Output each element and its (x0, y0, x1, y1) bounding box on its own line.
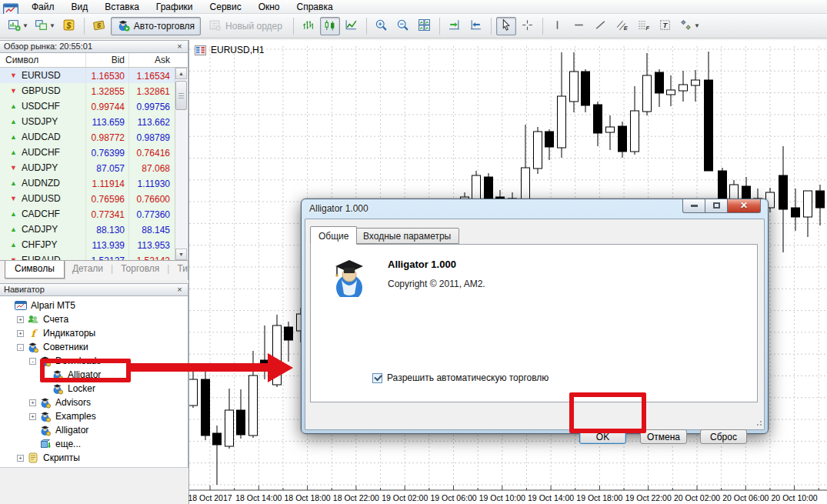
tree-item-Индикаторы[interactable]: +fИндикаторы (0, 326, 188, 340)
tree-item-Alligator[interactable]: Alligator (0, 423, 188, 437)
symbol-name: EURAUD (22, 253, 61, 261)
tree-item-еще...[interactable]: еще... (0, 437, 188, 451)
market-row-AUDCAD[interactable]: ▲AUDCAD0.987720.98789 (0, 129, 175, 145)
reset-button[interactable]: Сброс (700, 429, 747, 444)
expand-icon[interactable]: + (17, 455, 24, 462)
tab-Торговля[interactable]: Торговля (113, 261, 167, 276)
ask-value: 0.76600 (129, 191, 174, 206)
expand-icon[interactable]: + (29, 413, 36, 420)
symbol-name: USDCHF (22, 99, 60, 114)
collapse-icon[interactable]: - (29, 358, 36, 365)
market-row-AUDCHF[interactable]: ▲AUDCHF0.763990.76416 (0, 145, 175, 160)
equidistant-channel-button[interactable]: E (612, 17, 632, 35)
bid-value: 113.659 (86, 114, 129, 129)
menu-bar: ФайлВидВставкаГрафикиСервисОкноСправка (0, 0, 827, 14)
tab-Символы[interactable]: Символы (5, 261, 65, 279)
scroll-down-icon[interactable]: ▼ (175, 249, 187, 260)
tab-common[interactable]: Общие (310, 226, 357, 245)
market-row-CHFJPY[interactable]: ▲CHFJPY113.939113.953 (0, 237, 175, 252)
scroll-thumb[interactable] (175, 81, 187, 110)
expand-icon[interactable]: + (29, 399, 36, 406)
tree-item-label: Alligator (55, 425, 88, 436)
time-axis-label: 19 Oct 02:00 (382, 493, 428, 502)
column-ask[interactable]: Ask (129, 53, 174, 67)
tile-windows-button[interactable] (415, 17, 435, 35)
market-watch-header[interactable]: Обзор рынка: 20:55:01 × (0, 40, 188, 53)
close-icon[interactable]: × (175, 284, 185, 295)
expert-icon (39, 396, 52, 409)
time-axis-label: 20 Oct 10:00 (772, 493, 818, 502)
market-row-GBPUSD[interactable]: ▼GBPUSD1.328551.32861 (0, 83, 175, 98)
ask-value: 113.662 (129, 114, 174, 129)
chart-shift-button[interactable] (466, 17, 486, 35)
shapes-button[interactable]: ▼ (677, 17, 702, 35)
market-row-AUDJPY[interactable]: ▼AUDJPY87.05787.068 (0, 160, 175, 175)
tab-Тики[interactable]: Тики (169, 261, 188, 276)
column-symbol[interactable]: Символ (0, 53, 86, 67)
market-row-AUDUSD[interactable]: ▼AUDUSD0.765960.76600 (0, 191, 175, 206)
tree-item-Скрипты[interactable]: +Скрипты (0, 451, 188, 465)
scrollbar[interactable]: ▲ ▼ (175, 68, 187, 260)
column-bid[interactable]: Bid (86, 53, 129, 67)
menu-Вид[interactable]: Вид (63, 1, 97, 13)
market-row-USDJPY[interactable]: ▲USDJPY113.659113.662 (0, 114, 175, 129)
menu-Сервис[interactable]: Сервис (202, 1, 250, 13)
resize-grip[interactable] (755, 421, 762, 427)
expert-icon (39, 424, 52, 436)
auto-trading-button[interactable]: Авто-торговля (111, 17, 201, 35)
tree-item-Alpari MT5[interactable]: Alpari MT5 (0, 299, 188, 312)
close-icon[interactable]: × (175, 41, 185, 52)
vertical-line-button[interactable] (548, 17, 568, 35)
tree-item-Advisors[interactable]: +Advisors (0, 396, 188, 409)
menu-Справка[interactable]: Справка (288, 1, 342, 13)
tab-inputs[interactable]: Входные параметры (355, 228, 459, 244)
zoom-in-button[interactable] (372, 17, 392, 35)
tab-Детали[interactable]: Детали (65, 261, 111, 276)
market-row-EURAUD[interactable]: ▼EURAUD1.521271.52142 (0, 252, 175, 260)
market-row-USDCHF[interactable]: ▲USDCHF0.997440.99756 (0, 98, 175, 114)
mt5-window: ФайлВидВставкаГрафикиСервисОкноСправка ▼… (0, 0, 827, 504)
tree-item-Locker[interactable]: Locker (0, 382, 188, 396)
crosshair-button[interactable] (518, 17, 538, 35)
chart-profiles-button[interactable]: ▼ (32, 17, 58, 35)
trade-button[interactable]: $ (59, 17, 79, 35)
bid-value: 0.76596 (86, 191, 129, 206)
scroll-up-icon[interactable]: ▲ (175, 68, 187, 79)
zoom-out-button[interactable] (393, 17, 413, 35)
new-chart-button[interactable]: ▼ (5, 17, 31, 35)
menu-Файл[interactable]: Файл (23, 1, 63, 13)
cursor-button[interactable] (496, 17, 516, 35)
menu-Вставка[interactable]: Вставка (96, 1, 148, 13)
tree-item-Советники[interactable]: -Советники (0, 340, 188, 354)
cancel-button[interactable]: Отмена (640, 429, 687, 444)
market-watch-column-header[interactable]: Символ Bid Ask (0, 53, 188, 68)
collapse-icon[interactable]: - (17, 344, 24, 351)
tree-item-Счета[interactable]: +Счета (0, 312, 188, 326)
trendline-button[interactable] (591, 17, 611, 35)
market-row-CADJPY[interactable]: ▲CADJPY88.13088.145 (0, 222, 175, 237)
market-row-CADCHF[interactable]: ▲CADCHF0.773410.77360 (0, 206, 175, 222)
navigator-header[interactable]: Навигатор × (0, 283, 188, 296)
line-chart-button[interactable] (342, 17, 362, 35)
text-tool-button[interactable]: T (655, 17, 675, 35)
tree-item-Examples[interactable]: +Examples (0, 409, 188, 423)
ask-value: 113.953 (129, 237, 174, 252)
fibonacci-button[interactable]: F (634, 17, 654, 35)
bars-chart-button[interactable] (298, 17, 318, 35)
menu-Графики[interactable]: Графики (148, 1, 202, 13)
menu-Окно[interactable]: Окно (250, 1, 288, 13)
autoscroll-button[interactable] (445, 17, 465, 35)
mql5-button[interactable]: 5 (89, 17, 109, 35)
expand-icon[interactable]: + (17, 330, 24, 337)
minimize-button[interactable] (682, 199, 705, 213)
horizontal-line-button[interactable] (569, 17, 589, 35)
allow-trading-checkbox[interactable] (372, 373, 382, 383)
close-button[interactable]: ✕ (727, 199, 761, 213)
time-axis-label: 20 Oct 02:00 (674, 493, 720, 502)
market-row-EURUSD[interactable]: ▼EURUSD1.165301.16534 (0, 68, 175, 83)
expert-properties-dialog: Alligator 1.000 ✕ Общие Входные параметр… (301, 199, 769, 434)
expand-icon[interactable]: + (17, 316, 24, 323)
market-row-AUDNZD[interactable]: ▲AUDNZD1.119141.11930 (0, 175, 175, 191)
candles-chart-button[interactable] (320, 17, 340, 35)
maximize-button[interactable] (705, 199, 727, 213)
